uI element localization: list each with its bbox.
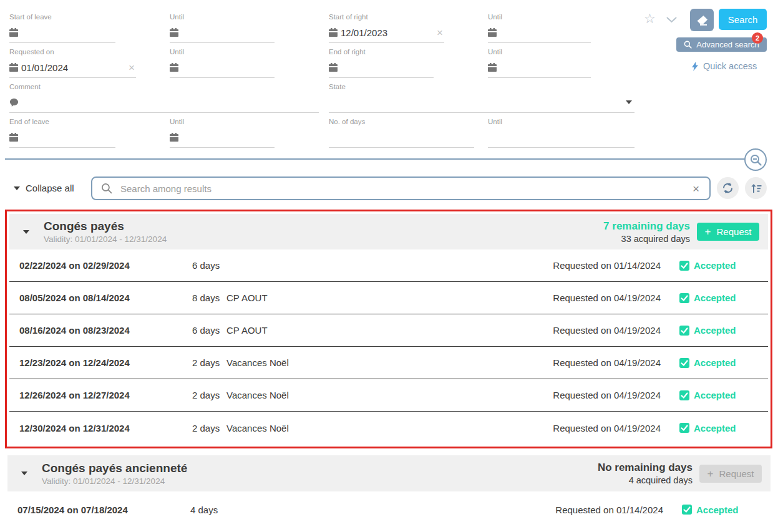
start-of-right-input[interactable]: 12/01/2023 ×: [329, 24, 444, 41]
collapse-search-panel-button[interactable]: [744, 148, 767, 171]
leave-dates: 12/30/2024 on 12/31/2024: [19, 423, 192, 433]
leave-row[interactable]: 12/30/2024 on 12/31/2024 2 days Vacances…: [9, 412, 768, 444]
until-input[interactable]: [170, 59, 275, 75]
until-input[interactable]: [488, 59, 591, 75]
leave-days: 6 days: [192, 260, 226, 271]
leave-row[interactable]: 07/15/2024 on 07/18/2024 4 days Requeste…: [7, 491, 771, 528]
status-label: Accepted: [694, 260, 736, 271]
status-label: Accepted: [694, 293, 736, 303]
leave-days: 2 days: [192, 390, 226, 400]
calendar-icon: [9, 133, 18, 142]
end-of-leave-input[interactable]: [9, 129, 115, 145]
clear-search-icon[interactable]: ×: [693, 183, 701, 194]
request-label: Request: [717, 226, 752, 237]
filter-until-right-end: Until: [488, 47, 591, 78]
group-title: Congés payés: [44, 220, 124, 233]
leave-row[interactable]: 12/26/2024 on 12/27/2024 2 days Vacances…: [9, 379, 768, 412]
calendar-icon: [170, 133, 178, 142]
group-header[interactable]: Congés payés Validity: 01/01/2024 - 12/3…: [9, 214, 768, 249]
state-select[interactable]: [329, 94, 635, 110]
calendar-icon: [488, 28, 497, 37]
eraser-icon: [696, 15, 708, 26]
sort-button[interactable]: [745, 177, 767, 199]
leave-days: 4 days: [190, 505, 225, 515]
leave-days: 6 days: [192, 325, 226, 336]
plus-icon: +: [705, 226, 711, 237]
status-badge: Accepted: [679, 293, 749, 303]
leave-label: Vacances Noël: [226, 390, 553, 400]
check-icon: [679, 293, 689, 303]
results-search-input[interactable]: [119, 183, 686, 195]
filter-until-leave-end: Until: [170, 117, 275, 148]
filter-state: State: [329, 82, 635, 113]
acquired-days: 4 acquired days: [598, 475, 693, 485]
collapse-group-icon[interactable]: [23, 230, 29, 234]
check-icon: [682, 505, 692, 515]
filter-until-right-start: Until: [488, 12, 591, 43]
leave-days: 2 days: [192, 423, 226, 433]
check-icon: [679, 326, 689, 336]
calendar-icon: [329, 63, 338, 72]
no-of-days-input[interactable]: [329, 129, 474, 145]
results-search-box: ×: [91, 177, 711, 200]
leave-management-page: Start of leave Until Start of right 12/0…: [0, 0, 778, 532]
leave-row[interactable]: 08/16/2024 on 08/23/2024 6 days CP AOUT …: [9, 314, 768, 347]
group-title: Congés payés ancienneté: [42, 462, 187, 475]
end-of-right-input[interactable]: [329, 59, 434, 75]
clear-field-icon[interactable]: ×: [129, 62, 136, 73]
refresh-icon: [722, 182, 734, 194]
advanced-search-label: Advanced search: [696, 40, 759, 49]
calendar-icon: [9, 63, 18, 72]
filter-until-leave-start: Until: [170, 12, 275, 43]
check-icon: [679, 261, 689, 271]
leave-days: 2 days: [192, 357, 226, 368]
collapse-all-toggle[interactable]: Collapse all: [14, 183, 74, 193]
field-label: Requested on: [9, 47, 136, 56]
refresh-button[interactable]: [717, 177, 739, 199]
until-input[interactable]: [170, 129, 275, 145]
leave-requested-on: Requested on 04/19/2024: [553, 390, 661, 400]
leave-row[interactable]: 08/05/2024 on 08/14/2024 8 days CP AOUT …: [9, 282, 768, 314]
leave-requested-on: Requested on 01/14/2024: [555, 505, 663, 515]
filter-until-requested: Until: [170, 47, 275, 78]
leave-dates: 08/05/2024 on 08/14/2024: [19, 293, 192, 303]
until-input[interactable]: [170, 24, 275, 41]
chevron-down-icon[interactable]: [666, 17, 677, 23]
filter-end-of-leave: End of leave: [9, 117, 115, 148]
check-icon: [679, 390, 689, 400]
comment-input[interactable]: [9, 94, 319, 110]
comment-icon: [9, 98, 19, 107]
leave-label: Vacances Noël: [226, 423, 553, 433]
leave-row[interactable]: 12/23/2024 on 12/24/2024 2 days Vacances…: [9, 347, 768, 379]
acquired-days: 33 acquired days: [603, 234, 690, 244]
lightning-icon: [691, 62, 699, 71]
leave-dates: 02/22/2024 on 02/29/2024: [19, 260, 192, 271]
search-icon: [101, 183, 112, 194]
calendar-icon: [170, 28, 178, 37]
clear-filters-button[interactable]: [690, 9, 714, 31]
leave-row[interactable]: 02/22/2024 on 02/29/2024 6 days Requeste…: [9, 249, 768, 282]
request-leave-button[interactable]: + Request: [697, 223, 759, 241]
quick-access-link[interactable]: Quick access: [691, 61, 757, 71]
collapse-all-label: Collapse all: [26, 183, 74, 193]
field-label: Until: [488, 12, 591, 21]
group-header[interactable]: Congés payés ancienneté Validity: 01/01/…: [7, 455, 771, 491]
field-label: Until: [170, 12, 275, 21]
requested-on-input[interactable]: 01/01/2024 ×: [9, 59, 136, 75]
clear-field-icon[interactable]: ×: [437, 27, 444, 38]
favorite-star-icon[interactable]: ☆: [644, 11, 656, 26]
collapse-group-icon[interactable]: [21, 472, 27, 475]
calendar-icon: [9, 28, 18, 37]
leave-days: 8 days: [192, 293, 226, 303]
until-input[interactable]: [488, 24, 591, 41]
until-input[interactable]: [488, 129, 635, 145]
field-label: Until: [170, 47, 275, 56]
check-icon: [679, 423, 689, 433]
field-label: Until: [488, 117, 635, 126]
chevron-down-icon: [626, 100, 632, 104]
status-badge: Accepted: [679, 325, 749, 336]
search-button[interactable]: Search: [719, 9, 767, 30]
check-icon: [679, 358, 689, 368]
caret-down-icon: [14, 186, 20, 190]
start-of-leave-input[interactable]: [9, 24, 115, 41]
